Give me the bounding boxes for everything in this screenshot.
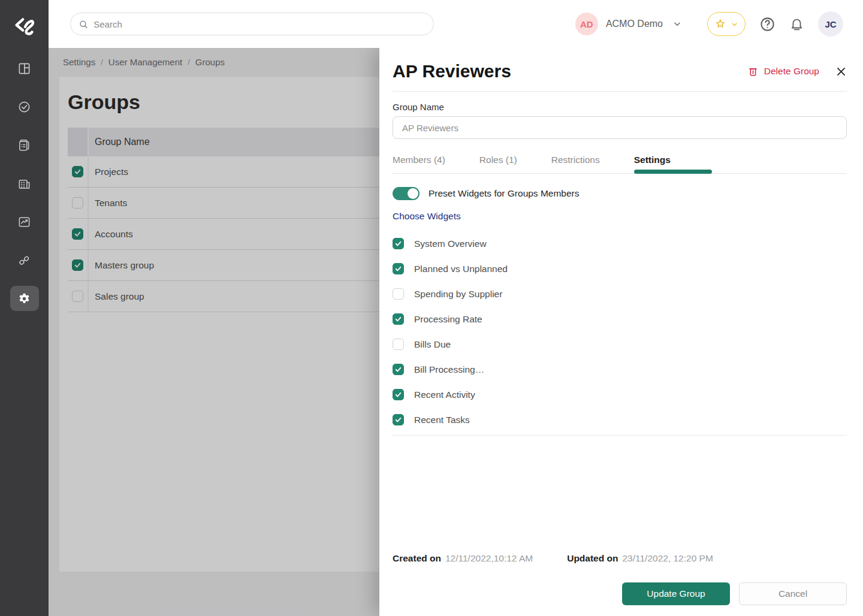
tab[interactable]: Roles (1) (479, 155, 517, 165)
widget-checkbox[interactable] (393, 313, 404, 325)
settings-icon (17, 292, 31, 306)
reports-icon (17, 215, 31, 229)
sidebar-item-tasks[interactable] (10, 94, 39, 119)
widget-label: Bills Due (414, 339, 451, 350)
widget-checkbox[interactable] (393, 238, 404, 249)
org-name: ACMO Demo (606, 19, 663, 29)
widget-label: System Overview (414, 238, 487, 249)
widget-label: Processing Rate (414, 314, 482, 325)
created-on-value: 12/11/2022,10:12 AM (445, 553, 533, 563)
choose-widgets-link[interactable]: Choose Widgets (393, 211, 461, 222)
toggle-knob (408, 188, 418, 199)
widget-row: Processing Rate (393, 313, 847, 325)
app-window: AD ACMO Demo JC Settings/User Management… (0, 0, 863, 616)
topbar-actions: AD ACMO Demo JC (575, 11, 843, 37)
star-icon (714, 18, 726, 30)
documents-icon (17, 138, 31, 152)
dashboard-icon (17, 62, 31, 76)
active-tab-indicator (634, 170, 712, 174)
tab-label: Settings (634, 155, 671, 165)
widget-checkbox[interactable] (393, 339, 404, 350)
notifications-button[interactable] (789, 17, 804, 32)
sidebar (0, 0, 49, 616)
widget-row: Recent Activity (393, 389, 847, 400)
bell-icon (789, 17, 804, 32)
preset-widgets-toggle[interactable] (393, 187, 420, 200)
widget-checkbox[interactable] (393, 364, 404, 375)
widget-label: Planned vs Unplanned (414, 264, 508, 274)
panel-footer: Update Group Cancel (622, 582, 847, 605)
widget-row: Bills Due (393, 339, 847, 350)
widget-checkbox[interactable] (393, 389, 404, 400)
close-icon[interactable] (835, 66, 847, 77)
sidebar-item-documents[interactable] (10, 132, 39, 158)
tab[interactable]: Restrictions (551, 155, 600, 165)
help-icon (759, 16, 776, 32)
tab-label: Restrictions (551, 155, 600, 165)
widget-checkbox[interactable] (393, 414, 404, 425)
preset-widgets-label: Preset Widgets for Groups Members (429, 188, 580, 199)
widget-label: Recent Tasks (414, 415, 470, 425)
brand-logo-icon[interactable] (0, 0, 49, 48)
sidebar-item-dashboard[interactable] (10, 56, 39, 81)
updated-on: Updated on23/11/2022, 12:20 PM (567, 553, 713, 564)
group-name-field[interactable] (393, 116, 847, 139)
group-name-label: Group Name (393, 102, 847, 112)
widget-row: Recent Tasks (393, 414, 847, 425)
created-on-label: Created on (393, 553, 441, 563)
created-on: Created on12/11/2022,10:12 AM (393, 553, 533, 564)
widget-list: System Overview Planned vs Unplanned Spe… (393, 238, 847, 425)
delete-group-button[interactable]: Delete Group (747, 66, 819, 77)
org-avatar[interactable]: AD (575, 13, 598, 35)
widget-row: Spending by Supplier (393, 288, 847, 300)
chevron-down-icon (731, 20, 738, 28)
search-icon (79, 19, 88, 29)
tab-label: Roles (1) (479, 155, 517, 165)
update-group-button[interactable]: Update Group (622, 582, 730, 605)
sidebar-item-reports[interactable] (10, 209, 39, 234)
updated-on-value: 23/11/2022, 12:20 PM (622, 553, 713, 563)
help-button[interactable] (759, 16, 776, 32)
tab-label: Members (4) (393, 155, 445, 165)
panel-tabs: Members (4) Roles (1) Restrictions Setti… (393, 155, 847, 174)
chevron-down-icon[interactable] (672, 19, 682, 29)
widget-label: Recent Activity (414, 389, 475, 400)
widget-checkbox[interactable] (393, 288, 404, 300)
updated-on-label: Updated on (567, 553, 618, 563)
widget-row: Bill Processing… (393, 364, 847, 375)
topbar: AD ACMO Demo JC (49, 0, 863, 48)
widget-label: Spending by Supplier (414, 289, 502, 300)
sidebar-item-settings[interactable] (10, 286, 39, 311)
sidebar-item-integrations[interactable] (10, 247, 39, 273)
group-detail-panel: AP Reviewers Delete Group Group Name Mem… (379, 48, 863, 616)
tab[interactable]: Members (4) (393, 155, 445, 165)
trash-icon (747, 66, 759, 77)
integrations-icon (17, 253, 31, 267)
widget-checkbox[interactable] (393, 263, 404, 274)
delete-group-label: Delete Group (764, 66, 819, 77)
divider (393, 435, 847, 436)
divider (393, 91, 847, 92)
panel-meta: Created on12/11/2022,10:12 AM Updated on… (393, 553, 713, 564)
cancel-button[interactable]: Cancel (739, 582, 847, 605)
company-icon (17, 177, 31, 191)
panel-header: AP Reviewers Delete Group (393, 48, 847, 81)
widget-row: Planned vs Unplanned (393, 263, 847, 274)
user-avatar[interactable]: JC (818, 11, 843, 37)
favorites-button[interactable] (707, 12, 746, 36)
sidebar-item-company[interactable] (10, 171, 39, 196)
search-box[interactable] (70, 13, 434, 35)
panel-title: AP Reviewers (393, 61, 511, 81)
tab[interactable]: Settings (634, 155, 671, 165)
preset-widgets-row: Preset Widgets for Groups Members (393, 187, 847, 200)
widget-label: Bill Processing… (414, 364, 484, 375)
widget-row: System Overview (393, 238, 847, 249)
tasks-icon (17, 100, 31, 114)
search-input[interactable] (93, 19, 426, 29)
sidebar-nav (10, 56, 39, 311)
